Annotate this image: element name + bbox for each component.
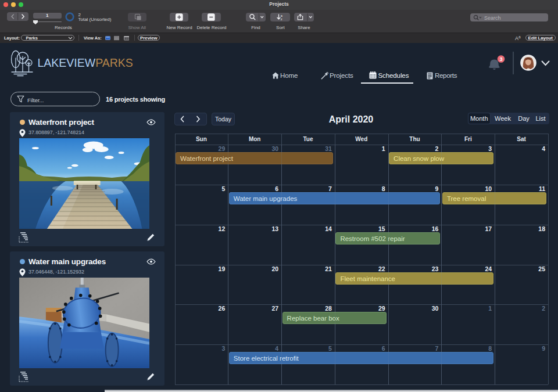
svg-text:z: z [281, 17, 282, 21]
svg-text:3: 3 [499, 56, 502, 62]
